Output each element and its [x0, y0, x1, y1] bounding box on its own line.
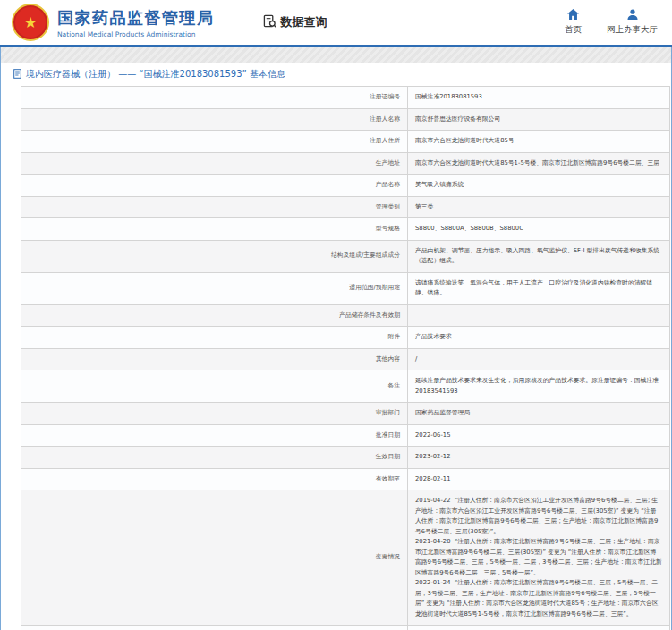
row-value: 笑气吸入镇痛系统: [408, 175, 670, 197]
row-label: 审批部门: [21, 403, 408, 425]
agency-title-block: 国家药品监督管理局 National Medical Products Admi…: [57, 7, 215, 38]
note-row-label: 注: [21, 626, 408, 630]
table-row: 其他内容/: [21, 348, 670, 370]
table-row: 型号规格S8800、S8800A、S8800B、S8800C: [21, 218, 670, 241]
row-value: 南京舒普思达医疗设备有限公司: [408, 108, 670, 131]
row-value: 延续注册产品技术要求未发生变化，沿用原核发的产品技术要求。原注册证编号：国械注准…: [408, 370, 670, 403]
national-emblem-icon: ★: [12, 4, 49, 41]
data-query-tab[interactable]: 数据查询: [263, 14, 327, 30]
row-label: 适用范围/预期用途: [21, 272, 408, 304]
row-label: 有效期至: [21, 468, 408, 490]
row-label: 型号规格: [21, 218, 408, 241]
table-row: 批准日期2022-06-15: [21, 424, 670, 447]
row-label: 生效日期: [21, 447, 408, 469]
nav-item-home[interactable]: 首页: [565, 9, 582, 36]
row-value: 2022-06-15: [408, 424, 670, 447]
table-row: 适用范围/预期用途该镇痛系统输送笑、氧混合气体，用于人工流产、口腔治疗及消化道内…: [21, 272, 670, 304]
row-label: 注册人名称: [21, 108, 408, 131]
registration-detail-table: 注册证编号国械注准20183081593注册人名称南京舒普思达医疗设备有限公司注…: [21, 86, 670, 630]
row-label: 注册人住所: [21, 131, 408, 153]
row-label: 生产地址: [21, 152, 408, 175]
row-label: 产品储存条件及有效期: [21, 304, 408, 327]
table-row: 产品储存条件及有效期: [21, 304, 670, 327]
table-row: 产品名称笑气吸入镇痛系统: [21, 175, 670, 197]
table-row: 审批部门国家药品监督管理局: [21, 403, 670, 425]
nav-hall-label: 网上办事大厅: [607, 24, 658, 36]
breadcrumb: 境内医疗器械（注册） —— “国械注准20183081593” 基本信息: [0, 63, 672, 86]
row-label: 附件: [21, 327, 408, 349]
table-row: 注册人住所南京市六合区龙池街道时代大道85号: [21, 131, 670, 153]
row-label: 产品名称: [21, 175, 408, 197]
row-label: 注册证编号: [21, 87, 408, 109]
row-value: 第三类: [408, 196, 670, 218]
agency-name-cn: 国家药品监督管理局: [57, 7, 215, 29]
row-value: 南京市六合区龙池街道时代大道85号: [408, 131, 670, 153]
hatched-gray-band: [0, 47, 672, 63]
note-row: 注 详情: [21, 626, 670, 630]
home-icon: [567, 9, 579, 21]
breadcrumb-text: 境内医疗器械（注册） —— “国械注准20183081593” 基本信息: [26, 68, 285, 81]
row-value: S8800、S8800A、S8800B、S8800C: [408, 218, 670, 241]
row-value: 该镇痛系统输送笑、氧混合气体，用于人工流产、口腔治疗及消化道内镜检查时的清醒镇静…: [408, 272, 670, 304]
row-value: 产品由机架、调节器、压力指示、吸入回路、氧气监护仪、SF-Ⅰ 型排出废气传递和收…: [408, 240, 670, 272]
table-row: 备注延续注册产品技术要求未发生变化，沿用原核发的产品技术要求。原注册证编号：国械…: [21, 370, 670, 403]
agency-name-en: National Medical Products Administration: [57, 30, 215, 38]
row-value: 南京市六合区龙池街道时代大道85号1-5号楼、南京市江北新区博富路9号6号楼二层…: [408, 152, 670, 175]
top-nav: 首页 网上办事大厅: [565, 9, 672, 36]
row-label: 管理类别: [21, 196, 408, 218]
row-value: 2028-02-11: [408, 468, 670, 490]
nav-home-label: 首页: [565, 24, 582, 36]
row-label: 备注: [21, 370, 408, 403]
row-label: 其他内容: [21, 348, 408, 370]
row-value: 国家药品监督管理局: [408, 403, 670, 425]
data-query-label: 数据查询: [281, 14, 327, 30]
row-value: 2019-04-22 “注册人住所：南京市六合区沿江工业开发区博富路9号6号楼二…: [408, 490, 670, 626]
table-row: 生效日期2023-02-12: [21, 447, 670, 469]
row-label: 变更情况: [21, 490, 408, 626]
document-search-icon: [263, 14, 276, 30]
table-row: 结构及组成/主要组成成分产品由机架、调节器、压力指示、吸入回路、氧气监护仪、SF…: [21, 240, 670, 272]
row-label: 结构及组成/主要组成成分: [21, 240, 408, 272]
table-row: 变更情况2019-04-22 “注册人住所：南京市六合区沿江工业开发区博富路9号…: [21, 490, 670, 626]
row-value: /: [408, 348, 670, 370]
header-bar: ★ 国家药品监督管理局 National Medical Products Ad…: [0, 0, 672, 45]
table-row: 生产地址南京市六合区龙池街道时代大道85号1-5号楼、南京市江北新区博富路9号6…: [21, 152, 670, 175]
table-row: 有效期至2028-02-11: [21, 468, 670, 490]
row-label: 批准日期: [21, 424, 408, 447]
row-value: 产品技术要求: [408, 327, 670, 349]
table-row: 注册人名称南京舒普思达医疗设备有限公司: [21, 108, 670, 131]
agency-logo-link[interactable]: ★ 国家药品监督管理局 National Medical Products Ad…: [12, 4, 215, 41]
row-value: 2023-02-12: [408, 447, 670, 469]
table-row: 管理类别第三类: [21, 196, 670, 218]
row-value: 国械注准20183081593: [408, 87, 670, 109]
detail-table-body: 注册证编号国械注准20183081593注册人名称南京舒普思达医疗设备有限公司注…: [21, 87, 670, 630]
user-icon: [627, 9, 638, 21]
table-row: 注册证编号国械注准20183081593: [21, 87, 670, 109]
row-value: [408, 304, 670, 327]
nav-item-service-hall[interactable]: 网上办事大厅: [607, 9, 658, 36]
content-left-border: [0, 47, 1, 630]
document-icon: [13, 69, 21, 81]
table-row: 附件产品技术要求: [21, 327, 670, 349]
